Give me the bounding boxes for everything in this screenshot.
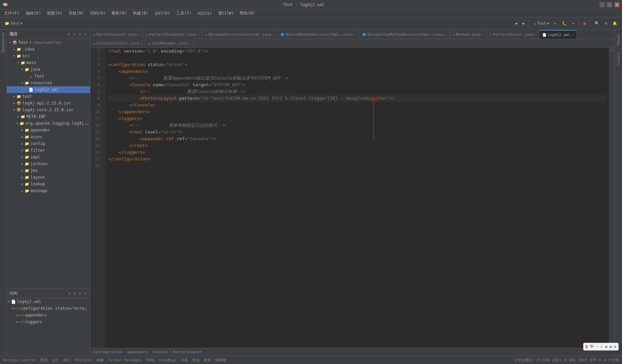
menu-vcs[interactable]: VCS(S) — [195, 10, 215, 17]
tab-method[interactable]: ☕ Method.java ✕ — [450, 30, 487, 39]
position-indicator[interactable]: 8:104 — [564, 358, 575, 362]
code-area[interactable]: <?xml version="1.0" encoding="UTF-8"?> <… — [105, 48, 609, 348]
tree-item-config[interactable]: ▶ 📁 config — [7, 140, 90, 147]
breadcrumb-configuration[interactable]: configuration — [93, 350, 122, 354]
debug-button[interactable]: 🐛 — [560, 21, 569, 26]
tab-close-patternformatter[interactable]: ✕ — [197, 33, 199, 36]
editor[interactable]: 1 2 3 4 5 6 7 8 9 10 11 12 13 14 15 16 1… — [90, 48, 615, 348]
structure-close-button[interactable]: ✕ — [83, 291, 87, 296]
menu-run[interactable]: 运行(U) — [152, 10, 173, 17]
services-button[interactable]: 服务 — [204, 358, 211, 363]
tree-item-message[interactable]: ▶ 📁 message — [7, 187, 90, 194]
problems-button[interactable]: 问题 — [181, 358, 188, 363]
tab-jndimanager[interactable]: ☕ JndiManager.java ✕ — [145, 39, 194, 48]
find-button-status[interactable]: 查找 — [40, 358, 48, 363]
tree-item-src[interactable]: ▼ 📁 src — [7, 53, 90, 59]
tab-strsubstitutor[interactable]: ☕ StrSubstitutor.java ✕ — [90, 39, 145, 48]
tree-item-jackson[interactable]: ▶ 📁 jackson — [7, 160, 90, 167]
tab-nativemethodaccessorimpl[interactable]: 🔷 NativeMethodAccessorImpl.class ✕ — [278, 30, 359, 39]
menu-code[interactable]: 代码(O) — [87, 10, 108, 17]
structure-settings-button[interactable]: ⚙ — [78, 291, 82, 296]
menu-window[interactable]: 窗口(W) — [216, 10, 237, 17]
expand-button[interactable]: ⤢ — [72, 32, 77, 37]
event-log-button[interactable]: 依赖项 — [215, 358, 226, 363]
window-controls[interactable]: ─ □ ✕ — [600, 2, 619, 7]
settings-button[interactable]: ⚙ — [603, 21, 609, 26]
tree-item-layout[interactable]: ▶ 📁 layout — [7, 174, 90, 181]
tree-item-log4j-core-jar[interactable]: ▼ 📦 log4j-core-2.15.0.jar — [7, 107, 90, 113]
structure-item-log4j2[interactable]: ▼ 📄 log4j2.xml — [7, 298, 90, 305]
tab-close-nativemethodaccessorimpl[interactable]: ✕ — [354, 33, 356, 36]
version-control-button[interactable]: Version Control — [3, 358, 36, 362]
tab-close-messagepatternconverter[interactable]: ✕ — [273, 33, 275, 36]
tree-item-org-apache[interactable]: ▼ 📁 org.apache.logging.log4j.core — [7, 120, 90, 127]
sort-alpha-button[interactable]: ⇅ — [67, 291, 72, 296]
terminal-button[interactable]: 终端 — [192, 358, 199, 363]
structure-item-loggers[interactable]: ▶ </> loggers — [7, 318, 90, 325]
menu-file[interactable]: 文件(F) — [1, 10, 22, 17]
tab-log4j2-xml[interactable]: 📄 log4j2.xml ✕ — [540, 30, 576, 39]
ime-menu1[interactable]: ≡ — [605, 344, 607, 349]
structure-item-configuration[interactable]: ▼ </> configuration status="error" — [7, 305, 90, 312]
tree-item-main[interactable]: ▼ 📁 main — [7, 59, 90, 66]
tree-item-log4j2-xml[interactable]: ▶ 📄 log4j2.xml — [7, 86, 90, 93]
tab-delegatingmethodaccessorimpl[interactable]: 🔷 DelegatingMethodAccessorImpl.class ✕ — [359, 30, 450, 39]
ime-menu2[interactable]: ≡ — [610, 344, 612, 349]
tab-close-strsubstitutor[interactable]: ✕ — [140, 41, 142, 45]
tree-item-test-java[interactable]: ▶ ☕ Test — [7, 73, 90, 80]
find-button[interactable]: 🔍 — [593, 21, 601, 26]
ime-close-ime[interactable]: × — [614, 344, 616, 349]
tab-close-patternlayout[interactable]: ✕ — [138, 33, 140, 36]
todo-button[interactable]: TODO — [146, 358, 155, 362]
coverage-button[interactable]: ☂ — [570, 21, 576, 26]
back-button[interactable]: ◀ — [513, 21, 519, 26]
sort-button[interactable]: ⇅ — [73, 291, 77, 296]
tab-patternformatter[interactable]: ☕ PatternFormatter.java ✕ — [143, 30, 202, 39]
tree-item-jmx[interactable]: ▶ 📁 jmx — [7, 167, 90, 174]
indent-indicator[interactable]: 4 个空格 — [604, 358, 619, 363]
ime-up[interactable]: ↑ — [600, 344, 603, 349]
maven-tab[interactable]: Maven — [616, 31, 621, 48]
menu-tools[interactable]: 工具(T) — [173, 10, 194, 17]
tab-close-delegatingmethodaccessorimpl[interactable]: ✕ — [445, 33, 447, 36]
tree-item-test-root[interactable]: ▼ 📦 Test D:\Download\Test — [7, 39, 90, 46]
close-panel-button[interactable]: ✕ — [83, 32, 87, 37]
breadcrumb-appenders[interactable]: appenders — [127, 350, 147, 354]
stop-button[interactable]: ■ — [582, 21, 588, 26]
menu-help[interactable]: 帮助(H) — [237, 10, 258, 17]
build-button-status[interactable]: 构建 — [97, 358, 104, 363]
tab-close-patternparser[interactable]: ✕ — [535, 33, 537, 36]
gradle-tab[interactable]: Gradle — [616, 49, 621, 68]
minimize-button[interactable]: ─ — [600, 2, 604, 7]
structure-item-appenders[interactable]: ▶ </> appenders — [7, 312, 90, 318]
tab-patternlayout[interactable]: ☕ PatternLayout.java ✕ — [90, 30, 143, 39]
bookmarks-tab[interactable]: Bookmarks — [0, 30, 6, 55]
tree-item-test-folder[interactable]: ▶ 📁 test — [7, 93, 90, 100]
notification-button[interactable]: 🔔 — [611, 21, 619, 26]
ime-lang[interactable]: 中 — [590, 344, 594, 350]
tree-item-meta-inf[interactable]: ▶ 📁 META-INF — [7, 113, 90, 120]
python-packages-button[interactable]: Python Packages — [108, 358, 141, 362]
collapse-all-button[interactable]: ≡ — [66, 32, 71, 37]
settings-panel-button[interactable]: ⚙ — [78, 32, 82, 37]
menu-refactor[interactable]: 重构(R) — [109, 10, 130, 17]
line-ending-indicator[interactable]: CRLF — [578, 358, 587, 362]
tab-patternparser[interactable]: ☕ PatternParser.java ✕ — [487, 30, 540, 39]
tree-item-appender[interactable]: ▶ 📁 appender — [7, 127, 90, 133]
tree-item-resources[interactable]: ▼ 📁 resources — [7, 80, 90, 86]
tree-item-idea[interactable]: ▶ 📁 .idea — [7, 46, 90, 53]
tab-messagepatternconverter[interactable]: ☕ MessagePatternConverter.java ✕ — [202, 30, 278, 39]
editor-scrollbar[interactable]: ✓1 ▲ ▼ — [609, 48, 615, 348]
tree-item-impl[interactable]: ▶ 📁 impl — [7, 154, 90, 160]
menu-view[interactable]: 视图(V) — [44, 10, 65, 17]
forward-button[interactable]: ▶ — [520, 21, 527, 26]
project-selector[interactable]: 📁 Test ▼ — [3, 21, 24, 26]
profiler-button-status[interactable]: Profiler — [75, 358, 92, 362]
debug-button-status[interactable]: 调试 — [63, 358, 71, 363]
tree-item-log4j-api-jar[interactable]: ▶ 📦 log4j-api-2.15.0.jar — [7, 100, 90, 107]
charset-indicator[interactable]: UTF-8 — [590, 358, 601, 362]
stopbugs-button[interactable]: StopBugs — [159, 358, 177, 362]
tab-close-jndimanager[interactable]: ✕ — [189, 41, 191, 45]
maximize-button[interactable]: □ — [607, 2, 612, 7]
menu-edit[interactable]: 编辑(E) — [23, 10, 44, 17]
